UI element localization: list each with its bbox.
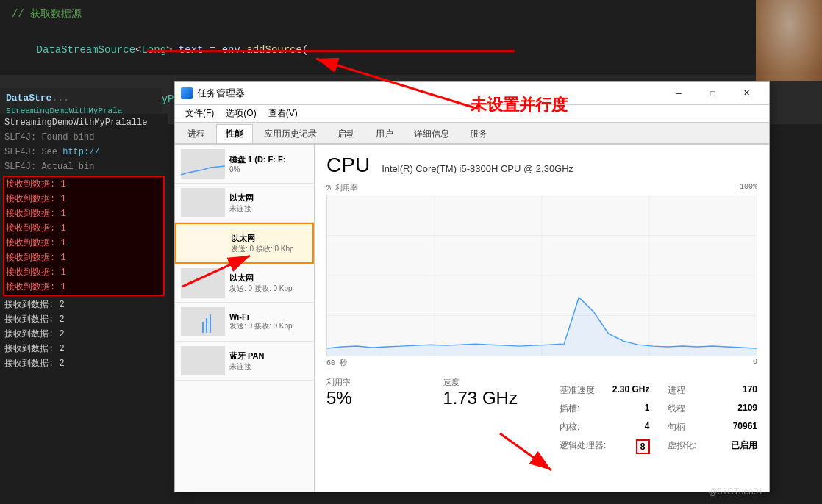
console-data-1-4: 接收到数据: 1: [4, 221, 163, 236]
tab-app-history[interactable]: 应用历史记录: [254, 124, 326, 143]
console-data-1-5: 接收到数据: 1: [4, 236, 163, 251]
disk-stat: 0%: [229, 165, 308, 173]
minimize-button[interactable]: ─: [662, 82, 696, 105]
detail-thread-count: 线程 2109: [668, 401, 758, 417]
cpu-title: CPU: [326, 154, 370, 177]
console-data-2-4: 接收到数据: 2: [3, 342, 165, 356]
tab-startup[interactable]: 启动: [328, 124, 365, 143]
bt-stat: 未连接: [229, 361, 308, 372]
disk-name: 磁盘 1 (D: F: F:: [229, 154, 308, 165]
wifi-thumb: [181, 307, 225, 336]
sidebar-class-name: DataStre...: [0, 91, 162, 105]
eth-active2-name: 以太网: [229, 273, 308, 284]
eth-active2-info: 以太网 发送: 0 接收: 0 Kbp: [229, 273, 308, 294]
menu-view[interactable]: 查看(V): [262, 106, 304, 121]
maximize-button[interactable]: □: [696, 82, 729, 105]
speed-value: 1.73 GHz: [443, 388, 543, 408]
tab-performance[interactable]: 性能: [216, 124, 253, 143]
tab-bar: 进程 性能 应用历史记录 启动 用户 详细信息 服务: [175, 123, 769, 145]
svg-rect-0: [181, 149, 225, 179]
console-data-1-6: 接收到数据: 1: [4, 251, 163, 265]
cpu-subtitle: Intel(R) Core(TM) i5-8300H CPU @ 2.30GHz: [382, 163, 573, 174]
chart-label-left: % 利用率: [326, 183, 357, 193]
menu-options[interactable]: 选项(O): [220, 106, 262, 121]
utilization-value: 5%: [326, 388, 426, 408]
console-data-2-2: 接收到数据: 2: [3, 312, 165, 327]
time-label-right: 0: [753, 358, 757, 368]
console-data-1-8: 接收到数据: 1: [4, 280, 163, 295]
console-data-2-5: 接收到数据: 2: [3, 356, 165, 371]
taskmanager-icon: [181, 87, 193, 99]
time-label-left: 60 秒: [326, 358, 347, 368]
disk-info: 磁盘 1 (D: F: F: 0%: [229, 154, 308, 173]
cpu-chart-container: % 利用率 100%: [326, 183, 757, 368]
detail-core: 内核: 4: [560, 420, 650, 435]
cpu-stats-row: 利用率 5% 速度 1.73 GHz 基准速度: 2.30 GHz 进程: [326, 377, 757, 456]
tab-services[interactable]: 服务: [460, 124, 497, 143]
watermark: @51CTuen91: [709, 486, 763, 497]
photo-thumbnail: [756, 0, 822, 81]
wifi-stat: 发送: 0 接收: 0 Kbp: [229, 321, 308, 331]
svg-rect-1: [181, 188, 225, 217]
resource-disk[interactable]: 磁盘 1 (D: F: F: 0%: [175, 145, 314, 184]
eth-active2-stat: 发送: 0 接收: 0 Kbp: [229, 284, 308, 294]
tab-users[interactable]: 用户: [366, 124, 403, 143]
cpu-chart-labels: % 利用率 100%: [326, 183, 757, 193]
console-data-1-group: 接收到数据: 1 接收到数据: 1 接收到数据: 1 接收到数据: 1 接收到数…: [3, 176, 165, 296]
code-comment: // 获取数据源: [12, 8, 82, 20]
console-data-2-3: 接收到数据: 2: [3, 327, 165, 342]
svg-rect-3: [181, 268, 225, 298]
speed-label: 速度: [443, 377, 543, 388]
resource-eth-active[interactable]: 以太网 发送: 0 接收: 0 Kbp: [175, 223, 314, 264]
console-line-slf4j-2: SLF4J: See http://: [3, 145, 165, 159]
detail-logical-processors: 逻辑处理器: 8: [560, 438, 650, 456]
resource-wifi[interactable]: Wi-Fi 发送: 0 接收: 0 Kbp: [175, 303, 314, 342]
tm-body: 磁盘 1 (D: F: F: 0% 以太网 未连接: [175, 145, 769, 492]
close-button[interactable]: ✕: [729, 82, 763, 105]
logical-processor-value: 8: [636, 439, 650, 454]
resource-list: 磁盘 1 (D: F: F: 0% 以太网 未连接: [175, 145, 315, 492]
console-area: StreamingDemoWithMyPralalle SLF4J: Found…: [0, 114, 168, 504]
cpu-time-labels: 60 秒 0: [326, 358, 757, 368]
resource-eth-disconnected[interactable]: 以太网 未连接: [175, 184, 314, 223]
cpu-chart: [326, 195, 757, 356]
tab-process[interactable]: 进程: [178, 124, 215, 143]
eth-active-name: 以太网: [231, 233, 307, 244]
detail-socket: 插槽: 1: [560, 401, 650, 417]
eth-active-thumb: [182, 228, 226, 258]
menubar: 文件(F) 选项(O) 查看(V): [175, 105, 769, 123]
cpu-header: CPU Intel(R) Core(TM) i5-8300H CPU @ 2.3…: [326, 154, 757, 177]
disk-thumb: [181, 149, 225, 179]
console-data-1-1: 接收到数据: 1: [4, 177, 163, 192]
eth-active2-thumb: [181, 268, 225, 298]
detail-process-count: 进程 170: [668, 383, 758, 398]
code-type: DataStreamSource: [37, 44, 135, 56]
utilization-label: 利用率: [326, 377, 426, 388]
eth-disconnected-thumb: [181, 188, 225, 217]
bt-name: 蓝牙 PAN: [229, 350, 308, 361]
resource-eth-active2[interactable]: 以太网 发送: 0 接收: 0 Kbp: [175, 264, 314, 303]
console-data-1-7: 接收到数据: 1: [4, 265, 163, 280]
detail-handle-count: 句柄 70961: [668, 420, 758, 435]
detail-virtualization: 虚拟化: 已启用: [668, 438, 758, 456]
console-line-1: StreamingDemoWithMyPralalle: [3, 115, 165, 130]
chart-label-right: 100%: [740, 183, 757, 193]
svg-rect-8: [181, 346, 225, 375]
window-title: 任务管理器: [197, 87, 662, 100]
menu-file[interactable]: 文件(F): [179, 106, 220, 121]
wifi-info: Wi-Fi 发送: 0 接收: 0 Kbp: [229, 312, 308, 331]
bt-thumb: [181, 346, 225, 375]
tab-details[interactable]: 详细信息: [404, 124, 459, 143]
console-line-slf4j-1: SLF4J: Found bind: [3, 130, 165, 145]
eth-disconnected-name: 以太网: [229, 192, 308, 204]
eth-active-stat: 发送: 0 接收: 0 Kbp: [231, 244, 307, 254]
cpu-detail-grid: 基准速度: 2.30 GHz 进程 170 插槽: 1 线程: [560, 383, 757, 456]
console-data-1-2: 接收到数据: 1: [4, 192, 163, 206]
wifi-name: Wi-Fi: [229, 312, 308, 321]
cpu-speed-stat: 速度 1.73 GHz: [443, 377, 543, 456]
cpu-detail-section: 基准速度: 2.30 GHz 进程 170 插槽: 1 线程: [560, 377, 757, 456]
error-underline: [147, 50, 515, 52]
eth-disconnected-info: 以太网 未连接: [229, 192, 308, 214]
resource-bluetooth[interactable]: 蓝牙 PAN 未连接: [175, 342, 314, 381]
svg-rect-2: [182, 228, 226, 258]
